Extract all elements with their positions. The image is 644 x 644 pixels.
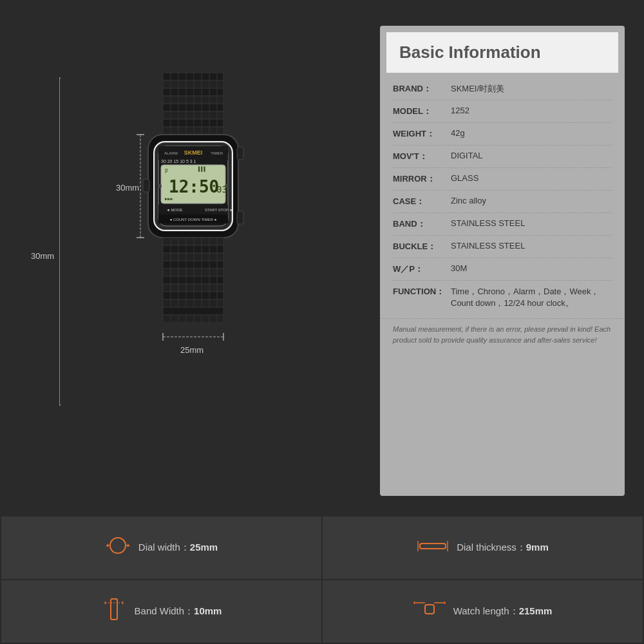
- info-row-2: WEIGHT：42g: [393, 123, 612, 146]
- info-title-bar: Basic Information: [386, 32, 618, 73]
- svg-marker-190: [122, 601, 124, 605]
- info-row-5: CASE：Zinc alloy: [393, 191, 612, 213]
- spec-text-2: Band Width：10mm: [135, 605, 222, 618]
- watch-image: SKMEI ALARM TIMER 30 20 15 10 5 3 1 P 12…: [97, 66, 290, 468]
- spec-box-2: Band Width：10mm: [1, 580, 321, 643]
- info-row-1: MODEL：1252: [393, 100, 612, 123]
- svg-rect-161: [163, 307, 223, 315]
- svg-rect-183: [420, 544, 446, 549]
- height-dimension-line: [59, 77, 61, 406]
- info-row-6: BAND：STAINLESS STEEL: [393, 213, 612, 236]
- svg-text:SKMEI: SKMEI: [184, 149, 203, 156]
- svg-rect-113: [163, 261, 223, 269]
- svg-text:30mm: 30mm: [116, 183, 139, 193]
- spec-text-3: Watch length：215mm: [453, 605, 553, 618]
- watch-area: 30mm: [19, 19, 367, 502]
- spec-box-3: Watch length：215mm: [323, 580, 643, 643]
- info-rows: BRAND：SKMEI/时刻美MODEL：1252WEIGHT：42gMOV'T…: [380, 73, 625, 318]
- svg-text:◄ MODE: ◄ MODE: [166, 208, 183, 212]
- svg-text:▶▶▶: ▶▶▶: [165, 196, 173, 202]
- svg-rect-66: [237, 211, 243, 224]
- info-row-9: FUNCTION：Time，Chrono，Alarm，Date，Week，Cou…: [393, 281, 612, 314]
- svg-rect-129: [163, 276, 223, 284]
- info-label-4: MIRROR：: [393, 173, 451, 185]
- svg-rect-97: [163, 245, 223, 253]
- svg-text:▌▌▌: ▌▌▌: [198, 166, 207, 172]
- info-label-2: WEIGHT：: [393, 128, 451, 140]
- svg-rect-67: [143, 179, 149, 192]
- info-panel: Basic Information BRAND：SKMEI/时刻美MODEL：1…: [380, 26, 625, 496]
- svg-rect-24: [163, 96, 223, 104]
- info-row-3: MOV'T：DIGITAL: [393, 146, 612, 168]
- info-label-1: MODEL：: [393, 106, 451, 117]
- info-row-4: MIRROR：GLASS: [393, 168, 612, 191]
- info-label-9: FUNCTION：: [393, 286, 451, 298]
- info-row-8: W／P：30M: [393, 258, 612, 281]
- svg-text:P: P: [165, 169, 168, 175]
- svg-text:ALARM: ALARM: [164, 151, 178, 155]
- svg-rect-32: [163, 104, 223, 111]
- info-row-7: BUCKLE：STAINLESS STEEL: [393, 236, 612, 258]
- info-value-8: 30M: [451, 263, 467, 273]
- spec-box-1: Dial thickness：9mm: [323, 516, 643, 579]
- info-value-0: SKMEI/时刻美: [451, 83, 504, 95]
- svg-marker-194: [413, 601, 415, 605]
- svg-rect-162: [163, 315, 223, 323]
- svg-point-178: [110, 538, 126, 553]
- svg-point-87: [225, 184, 229, 188]
- info-value-9: Time，Chrono，Alarm，Date，Week，Count down，1…: [451, 286, 612, 309]
- info-label-3: MOV'T：: [393, 151, 451, 162]
- svg-rect-191: [425, 605, 434, 614]
- info-label-7: BUCKLE：: [393, 241, 451, 252]
- svg-text:● COUNT DOWN TIMER ●: ● COUNT DOWN TIMER ●: [170, 218, 217, 222]
- spec-icon-3: [413, 600, 446, 623]
- spec-box-0: Dial width：25mm: [1, 516, 321, 579]
- svg-rect-137: [163, 284, 223, 292]
- main-container: 30mm: [0, 0, 644, 644]
- info-row-0: BRAND：SKMEI/时刻美: [393, 78, 612, 100]
- svg-rect-16: [163, 88, 223, 96]
- svg-text:START·STOP ►: START·STOP ►: [205, 208, 234, 212]
- svg-rect-121: [163, 269, 223, 276]
- spec-icon-2: [101, 598, 127, 625]
- spec-text-0: Dial width：25mm: [138, 542, 218, 554]
- svg-text:25mm: 25mm: [180, 345, 204, 355]
- svg-rect-153: [163, 299, 223, 307]
- info-label-6: BAND：: [393, 218, 451, 230]
- spec-icon-0: [105, 534, 131, 562]
- svg-marker-182: [128, 544, 129, 547]
- info-value-5: Zinc alloy: [451, 196, 486, 205]
- info-value-3: DIGITAL: [451, 151, 483, 160]
- info-value-7: STAINLESS STEEL: [451, 241, 525, 251]
- svg-marker-186: [418, 541, 422, 543]
- info-title: Basic Information: [399, 43, 605, 62]
- svg-marker-195: [444, 601, 446, 605]
- svg-rect-40: [163, 111, 223, 119]
- svg-text:TIMER: TIMER: [211, 151, 223, 155]
- info-value-6: STAINLESS STEEL: [451, 218, 525, 228]
- svg-rect-145: [163, 292, 223, 299]
- info-value-1: 1252: [451, 106, 469, 115]
- height-label: 30mm: [31, 251, 54, 261]
- info-label-5: CASE：: [393, 196, 451, 207]
- svg-rect-89: [163, 238, 223, 245]
- svg-rect-8: [163, 80, 223, 88]
- top-section: 30mm: [0, 0, 644, 515]
- info-label-8: W／P：: [393, 263, 451, 275]
- spec-icon-1: [417, 538, 449, 558]
- svg-text:30 20 15 10  5  3 1: 30 20 15 10 5 3 1: [161, 159, 196, 164]
- info-label-0: BRAND：: [393, 83, 451, 95]
- svg-rect-56: [163, 127, 223, 135]
- svg-text:12:50: 12:50: [169, 177, 219, 196]
- info-value-2: 42g: [451, 128, 465, 138]
- svg-point-86: [158, 184, 162, 188]
- info-disclaimer-text: Manual measurement, if there is an error…: [393, 324, 612, 345]
- svg-rect-105: [163, 253, 223, 261]
- svg-marker-181: [106, 544, 108, 547]
- spec-text-1: Dial thickness：9mm: [457, 542, 549, 554]
- svg-marker-189: [104, 601, 106, 605]
- info-value-4: GLASS: [451, 173, 478, 183]
- svg-rect-48: [163, 119, 223, 127]
- svg-rect-0: [163, 73, 223, 80]
- info-disclaimer: Manual measurement, if there is an error…: [380, 318, 625, 352]
